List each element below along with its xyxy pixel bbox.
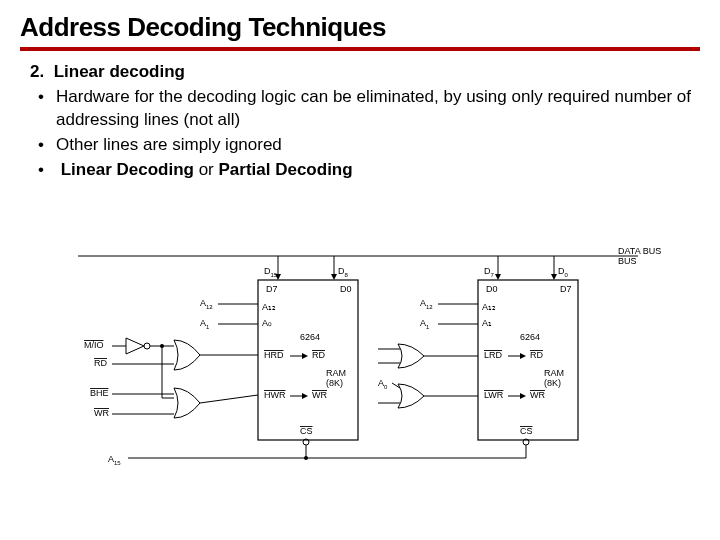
text: or xyxy=(194,160,219,179)
svg-marker-5 xyxy=(331,274,337,280)
svg-text:M/IO: M/IO xyxy=(84,340,104,350)
svg-text:D7: D7 xyxy=(266,284,278,294)
svg-text:CS: CS xyxy=(300,426,313,436)
item-number: 2. xyxy=(30,62,44,81)
svg-text:A12: A12 xyxy=(200,298,213,310)
svg-text:RD: RD xyxy=(312,350,325,360)
svg-text:WR: WR xyxy=(530,390,545,400)
svg-text:BHE: BHE xyxy=(90,388,109,398)
svg-text:(8K): (8K) xyxy=(326,378,343,388)
slide-content: 2. Linear decoding Hardware for the deco… xyxy=(20,61,700,182)
svg-marker-41 xyxy=(520,353,526,359)
svg-marker-58 xyxy=(126,338,144,354)
svg-text:HRD: HRD xyxy=(264,350,284,360)
left-signals: A12 A1 M/IO RD BHE WR A15 xyxy=(84,298,526,466)
svg-text:A15: A15 xyxy=(108,454,121,466)
svg-text:(8K): (8K) xyxy=(544,378,561,388)
svg-marker-22 xyxy=(302,393,308,399)
circuit-diagram: DATA BUS BUS D15 D8 D7 D0 A₁₂ A₀ 6264 HR… xyxy=(78,248,668,478)
list-item: Other lines are simply ignored xyxy=(34,134,700,157)
svg-text:D7: D7 xyxy=(484,266,495,278)
svg-text:BUS: BUS xyxy=(618,256,637,266)
svg-text:D15: D15 xyxy=(264,266,278,278)
svg-text:A1: A1 xyxy=(420,318,430,330)
svg-text:A12: A12 xyxy=(420,298,433,310)
svg-text:D8: D8 xyxy=(338,266,349,278)
label-data: DATA BUS xyxy=(618,248,661,256)
svg-text:A1: A1 xyxy=(200,318,210,330)
chip-right: D7 D0 D0 D7 A₁₂ A₁ 6264 LRD RD RAM (8K) … xyxy=(478,256,578,458)
svg-text:A₁₂: A₁₂ xyxy=(482,302,496,312)
svg-text:A₁: A₁ xyxy=(482,318,492,328)
svg-marker-16 xyxy=(302,353,308,359)
svg-text:D0: D0 xyxy=(486,284,498,294)
svg-text:LRD: LRD xyxy=(484,350,503,360)
slide-title: Address Decoding Techniques xyxy=(20,12,700,51)
right-signals: A12 A1 A0 xyxy=(378,298,478,408)
svg-text:RD: RD xyxy=(530,350,543,360)
bold-term: Partial Decoding xyxy=(218,160,352,179)
svg-text:LWR: LWR xyxy=(484,390,504,400)
svg-marker-47 xyxy=(520,393,526,399)
item-title: Linear decoding xyxy=(54,62,185,81)
svg-text:D0: D0 xyxy=(340,284,352,294)
svg-text:WR: WR xyxy=(94,408,109,418)
list-number: 2. Linear decoding xyxy=(30,61,700,84)
svg-text:CS: CS xyxy=(520,426,533,436)
svg-text:A₀: A₀ xyxy=(262,318,272,328)
svg-text:D7: D7 xyxy=(560,284,572,294)
svg-marker-28 xyxy=(495,274,501,280)
list-item: Linear Decoding or Partial Decoding xyxy=(34,159,700,182)
svg-text:A0: A0 xyxy=(378,378,388,390)
svg-text:RD: RD xyxy=(94,358,107,368)
svg-point-74 xyxy=(304,456,308,460)
bullet-list: Hardware for the decoding logic can be e… xyxy=(30,86,700,182)
svg-text:RAM: RAM xyxy=(544,368,564,378)
svg-text:6264: 6264 xyxy=(520,332,540,342)
svg-marker-30 xyxy=(551,274,557,280)
svg-text:WR: WR xyxy=(312,390,327,400)
svg-line-68 xyxy=(200,395,258,403)
svg-text:RAM: RAM xyxy=(326,368,346,378)
svg-text:D0: D0 xyxy=(558,266,569,278)
svg-text:A₁₂: A₁₂ xyxy=(262,302,276,312)
list-item: Hardware for the decoding logic can be e… xyxy=(34,86,700,132)
svg-text:6264: 6264 xyxy=(300,332,320,342)
svg-text:HWR: HWR xyxy=(264,390,286,400)
chip-left: D15 D8 D7 D0 A₁₂ A₀ 6264 HRD RD RAM (8K)… xyxy=(258,256,358,458)
bold-term: Linear Decoding xyxy=(61,160,194,179)
